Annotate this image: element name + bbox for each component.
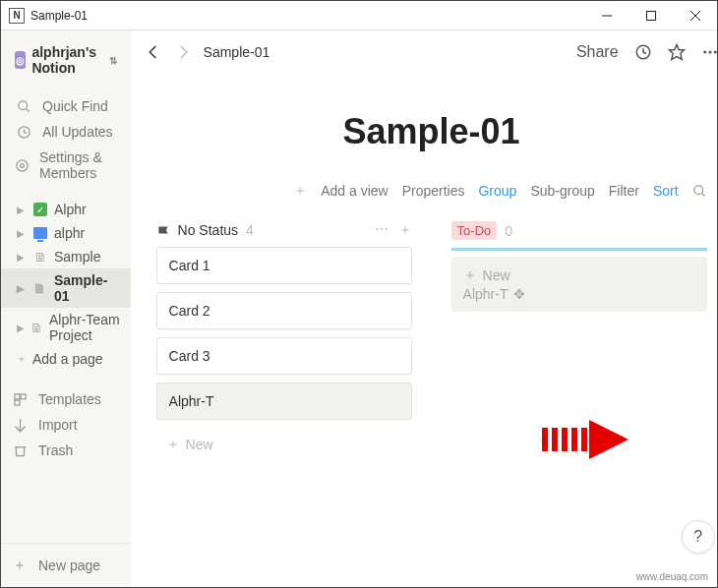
workspace-icon: ◎ — [15, 51, 26, 69]
gear-icon — [15, 158, 30, 173]
updates-icon[interactable] — [634, 43, 652, 61]
settings-label: Settings & Members — [39, 149, 117, 181]
more-icon[interactable]: ⋯ — [375, 221, 389, 239]
clock-icon — [15, 125, 32, 140]
column-count: 0 — [505, 223, 512, 239]
board-card-dragging[interactable]: Alphr-T — [156, 382, 412, 420]
page-label: alphr — [54, 225, 85, 241]
status-icon — [156, 223, 170, 237]
check-icon: ✓ — [32, 203, 48, 216]
sidebar-page-alphr-1[interactable]: ▶ ✓ Alphr — [1, 198, 131, 221]
window-title: Sample-01 — [30, 9, 584, 23]
triangle-icon[interactable]: ▶ — [17, 205, 27, 215]
svg-line-5 — [26, 108, 29, 111]
import-label: Import — [38, 417, 78, 433]
svg-point-17 — [713, 51, 716, 54]
sidebar-page-sample[interactable]: ▶ 🗎 Sample — [1, 245, 131, 268]
favorite-icon[interactable] — [668, 43, 686, 61]
board-card[interactable]: Card 3 — [156, 337, 412, 375]
more-icon[interactable] — [701, 43, 718, 61]
plus-icon: ＋ — [166, 436, 180, 453]
column-name: To-Do — [451, 221, 498, 240]
new-card[interactable]: ＋ New — [156, 428, 412, 461]
svg-rect-1 — [646, 11, 655, 20]
back-button[interactable] — [145, 43, 162, 61]
view-toolbar: ＋ Add a view Properties Group Sub-group … — [156, 178, 707, 207]
quick-find-label: Quick Find — [42, 98, 108, 114]
add-card-icon[interactable]: ＋ — [398, 221, 412, 239]
sidebar-page-alphr-2[interactable]: ▶ alphr — [1, 221, 131, 245]
page-label: Sample-01 — [54, 272, 123, 304]
quick-find[interactable]: Quick Find — [5, 93, 127, 119]
column-header[interactable]: To-Do 0 — [451, 217, 707, 248]
import-icon — [11, 418, 29, 433]
page-title[interactable]: Sample-01 — [156, 111, 707, 152]
triangle-icon[interactable]: ▶ — [17, 323, 25, 333]
minimize-button[interactable] — [584, 1, 628, 29]
triangle-icon[interactable]: ▶ — [17, 283, 27, 294]
close-button[interactable] — [673, 1, 717, 29]
column-header[interactable]: No Status 4 ⋯ ＋ — [156, 217, 412, 247]
trash-icon — [11, 443, 29, 458]
sub-group[interactable]: Sub-group — [530, 183, 594, 199]
svg-rect-11 — [14, 400, 19, 405]
watermark: www.deuaq.com — [633, 570, 711, 583]
new-page[interactable]: ＋ New page — [1, 552, 131, 579]
maximize-button[interactable] — [628, 1, 673, 29]
new-page-label: New page — [38, 558, 100, 573]
add-view[interactable]: Add a view — [321, 183, 388, 199]
page-icon: 🗎 — [32, 281, 48, 296]
plus-icon: ＋ — [293, 182, 307, 200]
search-icon[interactable] — [692, 184, 707, 199]
sidebar-page-alphr-team[interactable]: ▶ 🗎 Alphr-Team Project — [1, 308, 131, 347]
page-icon: 🗎 — [30, 321, 43, 335]
group[interactable]: Group — [478, 183, 516, 199]
svg-line-19 — [701, 193, 704, 196]
workspace-switcher[interactable]: ◎ alphrjan's Notion ⇅ — [11, 42, 121, 78]
drop-indicator — [451, 248, 707, 251]
plus-icon: ＋ — [463, 266, 477, 284]
svg-point-7 — [21, 163, 25, 167]
drop-target[interactable]: ＋New Alphr-T ✥ — [451, 257, 707, 312]
plus-icon: ＋ — [17, 352, 27, 366]
plus-icon: ＋ — [11, 557, 29, 574]
sidebar-page-sample-01[interactable]: ▶ 🗎 Sample-01 — [1, 268, 131, 308]
trash[interactable]: Trash — [1, 438, 131, 463]
triangle-icon[interactable]: ▶ — [17, 228, 27, 239]
forward-button[interactable] — [174, 43, 192, 61]
trash-label: Trash — [38, 442, 73, 458]
all-updates-label: All Updates — [42, 124, 113, 140]
add-page[interactable]: ＋ Add a page — [1, 347, 131, 371]
breadcrumb[interactable]: Sample-01 — [204, 44, 270, 60]
column-name: No Status — [178, 222, 238, 238]
filter[interactable]: Filter — [609, 183, 639, 199]
main-area: Sample-01 Share Sample-01 ＋ Add a view P… — [131, 30, 718, 587]
svg-point-16 — [708, 51, 711, 54]
help-button[interactable]: ? — [682, 520, 715, 554]
sort[interactable]: Sort — [653, 183, 679, 199]
cursor-icon: ✥ — [513, 286, 525, 302]
triangle-icon[interactable]: ▶ — [17, 252, 27, 263]
drop-card-label: Alphr-T — [463, 286, 509, 302]
board-card[interactable]: Card 1 — [156, 247, 412, 284]
templates-label: Templates — [38, 391, 101, 407]
templates[interactable]: Templates — [1, 386, 131, 412]
app-icon: N — [9, 8, 25, 24]
svg-point-4 — [18, 100, 27, 109]
add-page-label: Add a page — [32, 351, 103, 367]
sidebar-pages: ▶ ✓ Alphr ▶ alphr ▶ 🗎 Sample ▶ 🗎 Sample-… — [1, 192, 131, 377]
board: No Status 4 ⋯ ＋ Card 1 Card 2 Card 3 Alp… — [156, 217, 707, 461]
settings-members[interactable]: Settings & Members — [5, 145, 127, 186]
board-card[interactable]: Card 2 — [156, 292, 412, 329]
import[interactable]: Import — [1, 412, 131, 438]
svg-point-18 — [693, 185, 702, 194]
board-column-nostatus: No Status 4 ⋯ ＋ Card 1 Card 2 Card 3 Alp… — [156, 217, 412, 461]
new-card-label: New — [186, 437, 213, 452]
window-buttons — [584, 1, 717, 29]
board-column-todo: To-Do 0 ＋New Alphr-T ✥ — [451, 217, 707, 461]
all-updates[interactable]: All Updates — [5, 119, 127, 145]
page-label: Sample — [54, 249, 100, 265]
page-label: Alphr — [54, 202, 87, 217]
share-button[interactable]: Share — [576, 43, 619, 61]
properties[interactable]: Properties — [402, 183, 465, 199]
